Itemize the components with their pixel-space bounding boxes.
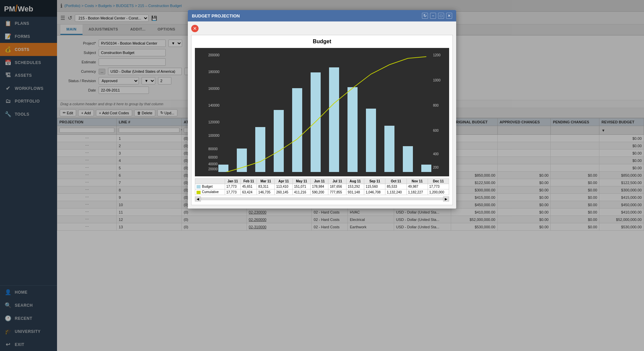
chart-scrollbar-area: ◀ ▶ xyxy=(195,196,449,201)
bar-nov xyxy=(403,146,413,172)
legend-cumulative-row: Cumulative 17,773 63,424 146,735 260,145… xyxy=(195,189,449,195)
legend-apr: Apr 11 xyxy=(275,179,292,184)
cumulative-mar: 146,735 xyxy=(257,189,275,195)
legend-jul: Jul 11 xyxy=(328,179,346,184)
legend-name-col xyxy=(195,179,225,184)
svg-text:200000: 200000 xyxy=(208,53,220,57)
cumulative-apr: 260,145 xyxy=(275,189,292,195)
modal-x-button[interactable]: ✕ xyxy=(191,25,199,32)
budget-oct: 85,533 xyxy=(385,184,407,189)
budget-apr: 113,410 xyxy=(275,184,292,189)
cumulative-jun: 590,200 xyxy=(311,189,328,195)
legend-nov: Nov 11 xyxy=(407,179,428,184)
bar-oct xyxy=(384,126,394,172)
budget-dec: 17,773 xyxy=(428,184,449,189)
cumulative-feb: 63,424 xyxy=(241,189,257,195)
svg-text:60000: 60000 xyxy=(208,156,218,159)
legend-sep: Sep 11 xyxy=(364,179,385,184)
modal-body: ✕ Budget 200000 180000 160000 140000 120… xyxy=(188,21,456,209)
svg-text:1200: 1200 xyxy=(433,53,441,57)
svg-text:400: 400 xyxy=(433,152,439,156)
chart-scroll-left-button[interactable]: ◀ xyxy=(195,196,201,201)
legend-aug: Aug 11 xyxy=(346,179,364,184)
bar-jun xyxy=(311,72,321,172)
cumulative-aug: 931,148 xyxy=(346,189,364,195)
modal-maximize-button[interactable]: □ xyxy=(438,13,444,19)
chart-scrollbar-track[interactable] xyxy=(201,197,443,200)
modal-header-controls: ↻ − □ ✕ xyxy=(422,13,452,19)
modal-overlay: BUDGET PROJECTION ↻ − □ ✕ ✕ Budget 20000… xyxy=(0,0,644,351)
bar-jul xyxy=(329,67,339,172)
cumulative-nov: 1,182,227 xyxy=(407,189,428,195)
legend-dec: Dec 11 xyxy=(428,179,449,184)
svg-text:140000: 140000 xyxy=(208,104,220,107)
svg-text:120000: 120000 xyxy=(208,120,220,124)
budget-sep: 115,560 xyxy=(364,184,385,189)
budget-color-swatch xyxy=(197,185,201,188)
cumulative-oct: 1,132,240 xyxy=(385,189,407,195)
modal-close-button[interactable]: ✕ xyxy=(446,13,452,19)
svg-text:200: 200 xyxy=(433,166,439,169)
svg-text:100000: 100000 xyxy=(208,134,220,137)
legend-header-row: Jan 11 Feb 11 Mar 11 Apr 11 May 11 Jun 1… xyxy=(195,179,449,184)
budget-may: 151,071 xyxy=(292,184,310,189)
budget-projection-modal: BUDGET PROJECTION ↻ − □ ✕ ✕ Budget 20000… xyxy=(188,10,456,209)
bar-apr xyxy=(274,110,284,172)
cumulative-sep: 1,046,708 xyxy=(364,189,385,195)
modal-title: BUDGET PROJECTION xyxy=(192,13,240,18)
legend-oct: Oct 11 xyxy=(385,179,407,184)
legend-jan: Jan 11 xyxy=(225,179,240,184)
svg-text:20000: 20000 xyxy=(208,167,218,171)
bar-dec xyxy=(421,165,431,172)
budget-jul: 187,656 xyxy=(328,184,346,189)
bar-jan xyxy=(218,165,228,172)
cumulative-dec: 1,200,000 xyxy=(428,189,449,195)
budget-aug: 153,292 xyxy=(346,184,364,189)
bar-mar xyxy=(255,127,265,172)
svg-text:1000: 1000 xyxy=(433,78,441,82)
budget-nov: 49,987 xyxy=(407,184,428,189)
legend-jun: Jun 11 xyxy=(311,179,328,184)
svg-text:180000: 180000 xyxy=(208,70,220,74)
cumulative-color-swatch xyxy=(197,191,201,194)
bar-aug xyxy=(347,87,358,172)
modal-header: BUDGET PROJECTION ↻ − □ ✕ xyxy=(188,10,456,21)
legend-may: May 11 xyxy=(292,179,310,184)
cumulative-jul: 777,855 xyxy=(328,189,346,195)
budget-jun: 178,984 xyxy=(311,184,328,189)
chart-container: Budget 200000 180000 160000 140000 12000… xyxy=(191,35,453,205)
budget-jan: 17,773 xyxy=(225,184,240,189)
cumulative-jan: 17,773 xyxy=(225,189,240,195)
cumulative-may: 411,216 xyxy=(292,189,310,195)
legend-cumulative-label: Cumulative xyxy=(195,189,225,195)
bar-sep xyxy=(366,109,376,172)
modal-minimize-button[interactable]: − xyxy=(430,13,436,19)
svg-text:160000: 160000 xyxy=(208,87,220,91)
legend-table: Jan 11 Feb 11 Mar 11 Apr 11 May 11 Jun 1… xyxy=(195,178,449,195)
svg-text:600: 600 xyxy=(433,129,439,132)
svg-text:40000: 40000 xyxy=(208,162,218,166)
modal-refresh-button[interactable]: ↻ xyxy=(422,13,428,19)
budget-chart-svg: 200000 180000 160000 140000 120000 10000… xyxy=(198,51,446,172)
chart-scroll-right-button[interactable]: ▶ xyxy=(443,196,449,201)
cumulative-line xyxy=(223,57,426,172)
chart-title: Budget xyxy=(195,39,449,45)
svg-text:800: 800 xyxy=(433,104,439,107)
svg-text:0: 0 xyxy=(212,172,214,172)
chart-area: 200000 180000 160000 140000 120000 10000… xyxy=(195,48,449,176)
legend-mar: Mar 11 xyxy=(257,179,275,184)
legend-budget-row: Budget 17,773 45,651 83,311 113,410 151,… xyxy=(195,184,449,189)
budget-feb: 45,651 xyxy=(241,184,257,189)
legend-feb: Feb 11 xyxy=(241,179,257,184)
budget-mar: 83,311 xyxy=(257,184,275,189)
bar-may xyxy=(292,88,302,172)
svg-text:80000: 80000 xyxy=(208,147,218,151)
legend-budget-label: Budget xyxy=(195,184,225,189)
